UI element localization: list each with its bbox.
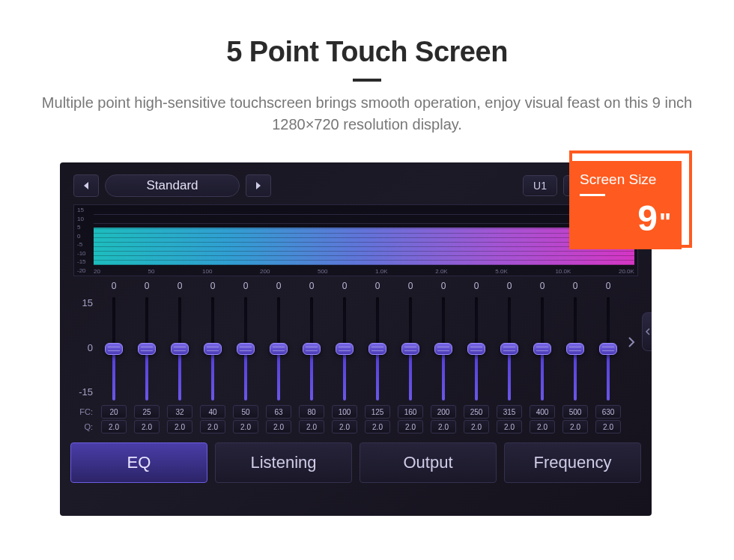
eq-band-value: 0	[243, 281, 249, 294]
eq-band: 0	[163, 281, 196, 404]
fc-value[interactable]: 20	[101, 405, 127, 419]
fc-value[interactable]: 315	[497, 405, 522, 419]
fc-value[interactable]: 25	[134, 405, 160, 419]
eq-ylabel: 15	[82, 297, 93, 308]
xtick: 5.0K	[495, 268, 507, 275]
eq-band: 0	[460, 281, 493, 404]
eq-band-value: 0	[507, 281, 512, 294]
eq-slider-knob[interactable]	[533, 343, 551, 355]
eq-band-value: 0	[309, 281, 315, 294]
q-value[interactable]: 2.0	[134, 420, 160, 433]
equalizer-area: 15 0 -15 0000000000000000	[73, 281, 638, 404]
xtick: 500	[318, 268, 327, 275]
q-value[interactable]: 2.0	[101, 420, 127, 433]
fc-value[interactable]: 63	[266, 405, 291, 419]
chevron-left-icon	[646, 328, 650, 335]
eq-scroll-right-button[interactable]	[625, 281, 638, 404]
fc-value[interactable]: 32	[167, 405, 192, 419]
eq-slider[interactable]	[574, 297, 577, 401]
eq-slider[interactable]	[277, 297, 280, 401]
fc-value[interactable]: 80	[299, 405, 324, 419]
tab-output[interactable]: Output	[360, 442, 497, 483]
fc-value[interactable]: 40	[200, 405, 225, 419]
fc-value[interactable]: 630	[595, 405, 621, 419]
badge-value: 9"	[580, 201, 671, 237]
eq-slider[interactable]	[607, 297, 610, 401]
q-value[interactable]: 2.0	[167, 420, 192, 433]
fc-value[interactable]: 125	[365, 405, 390, 419]
eq-slider-knob[interactable]	[467, 343, 485, 355]
eq-slider[interactable]	[310, 297, 313, 401]
q-value[interactable]: 2.0	[398, 420, 423, 433]
xtick: 2.0K	[435, 268, 447, 275]
fc-value[interactable]: 50	[233, 405, 258, 419]
xtick: 20.0K	[619, 268, 634, 275]
eq-slider[interactable]	[178, 297, 181, 401]
q-value[interactable]: 2.0	[332, 420, 357, 433]
chevron-left-icon	[82, 181, 90, 190]
eq-slider-knob[interactable]	[336, 343, 354, 355]
eq-slider-knob[interactable]	[204, 343, 222, 355]
eq-slider-knob[interactable]	[401, 343, 419, 355]
eq-slider-knob[interactable]	[368, 343, 386, 355]
q-value[interactable]: 2.0	[365, 420, 390, 433]
preset-name[interactable]: Standard	[105, 174, 240, 197]
ytick: -15	[77, 258, 86, 265]
page-subtitle: Multiple point high-sensitive touchscree…	[37, 92, 697, 136]
eq-slider-knob[interactable]	[566, 343, 584, 355]
q-value[interactable]: 2.0	[497, 420, 522, 433]
badge-number: 9	[637, 198, 658, 238]
q-value[interactable]: 2.0	[431, 420, 456, 433]
eq-slider[interactable]	[244, 297, 247, 401]
eq-slider[interactable]	[112, 297, 115, 401]
fc-value[interactable]: 200	[431, 405, 456, 419]
eq-slider[interactable]	[145, 297, 148, 401]
eq-slider-knob[interactable]	[599, 343, 617, 355]
eq-slider-knob[interactable]	[105, 343, 123, 355]
tab-frequency[interactable]: Frequency	[504, 442, 641, 483]
eq-band: 0	[361, 281, 394, 404]
eq-slider[interactable]	[211, 297, 214, 401]
tab-listening[interactable]: Listening	[215, 442, 352, 483]
eq-slider[interactable]	[508, 297, 511, 401]
eq-slider[interactable]	[541, 297, 544, 401]
q-value[interactable]: 2.0	[595, 420, 621, 433]
q-value[interactable]: 2.0	[464, 420, 489, 433]
eq-slider-knob[interactable]	[303, 343, 321, 355]
fc-value[interactable]: 250	[464, 405, 489, 419]
eq-slider[interactable]	[343, 297, 346, 401]
side-drawer-handle[interactable]	[642, 312, 652, 351]
eq-slider[interactable]	[442, 297, 445, 401]
eq-ylabels: 15 0 -15	[73, 281, 97, 404]
q-value[interactable]: 2.0	[299, 420, 324, 433]
eq-slider-knob[interactable]	[270, 343, 288, 355]
eq-slider-knob[interactable]	[434, 343, 452, 355]
fc-value[interactable]: 160	[398, 405, 423, 419]
ytick: 5	[77, 224, 86, 231]
preset-next-button[interactable]	[246, 174, 271, 197]
eq-band: 0	[196, 281, 229, 404]
badge-unit: "	[659, 207, 671, 236]
fc-value[interactable]: 500	[562, 405, 588, 419]
fc-value[interactable]: 100	[332, 405, 357, 419]
eq-slider-knob[interactable]	[138, 343, 156, 355]
tab-eq[interactable]: EQ	[70, 442, 207, 483]
q-value[interactable]: 2.0	[562, 420, 588, 433]
eq-slider-knob[interactable]	[237, 343, 255, 355]
q-value[interactable]: 2.0	[266, 420, 291, 433]
user-preset-1-button[interactable]: U1	[523, 175, 557, 196]
q-value[interactable]: 2.0	[200, 420, 225, 433]
eq-slider-knob[interactable]	[500, 343, 518, 355]
eq-band-value: 0	[540, 281, 545, 294]
eq-slider[interactable]	[475, 297, 478, 401]
eq-slider[interactable]	[409, 297, 412, 401]
eq-band-value: 0	[145, 281, 150, 294]
badge-title: Screen Size	[580, 171, 671, 188]
preset-prev-button[interactable]	[73, 174, 99, 197]
fc-value[interactable]: 400	[530, 405, 555, 419]
eq-slider-knob[interactable]	[171, 343, 189, 355]
eq-band: 0	[493, 281, 526, 404]
q-value[interactable]: 2.0	[530, 420, 555, 433]
eq-slider[interactable]	[376, 297, 379, 401]
q-value[interactable]: 2.0	[233, 420, 258, 433]
